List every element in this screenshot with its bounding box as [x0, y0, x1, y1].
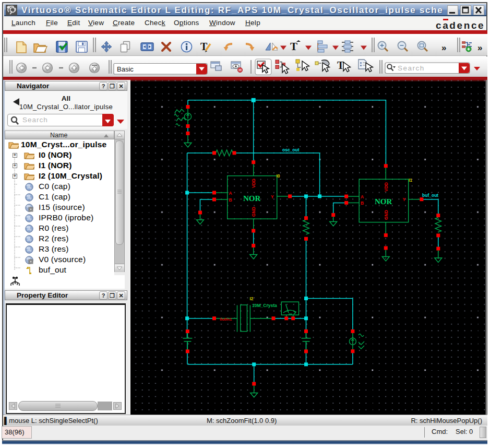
svg-text:obj: obj [27, 196, 31, 199]
svg-text:Y: Y [271, 194, 274, 199]
svg-text:A: A [229, 191, 232, 196]
svg-text:B: B [361, 201, 364, 206]
svg-text:obj: obj [27, 249, 31, 252]
svg-text:NOR: NOR [375, 197, 392, 206]
svg-text:buf_out: buf_out [422, 193, 438, 198]
svg-text:obj: obj [27, 228, 31, 231]
svg-text:obj: obj [27, 186, 31, 189]
svg-text:I1: I1 [409, 178, 412, 183]
svg-text:Basic: Basic [117, 65, 134, 73]
svg-text:VDD: VDD [251, 179, 256, 188]
svg-text:10M_Crysta: 10M_Crysta [252, 303, 277, 308]
svg-text:T: T [290, 40, 297, 53]
svg-text:Search: Search [398, 64, 425, 72]
svg-text:»: » [441, 43, 446, 53]
svg-text:VDD: VDD [384, 182, 389, 192]
svg-text:Y: Y [403, 197, 406, 202]
svg-text:I2: I2 [250, 296, 254, 301]
svg-text:NOR: NOR [243, 194, 261, 203]
svg-text:B: B [229, 197, 232, 203]
svg-text:osc_out: osc_out [282, 147, 300, 152]
svg-text:A: A [361, 194, 364, 199]
svg-text:GND: GND [384, 210, 389, 220]
svg-text:I0: I0 [277, 173, 280, 179]
svg-text:obj: obj [27, 238, 31, 241]
svg-text:0u0n1: 0u0n1 [220, 317, 232, 322]
svg-text:»: » [477, 43, 482, 53]
svg-text:obj: obj [27, 217, 31, 220]
svg-text:GND: GND [251, 207, 256, 217]
